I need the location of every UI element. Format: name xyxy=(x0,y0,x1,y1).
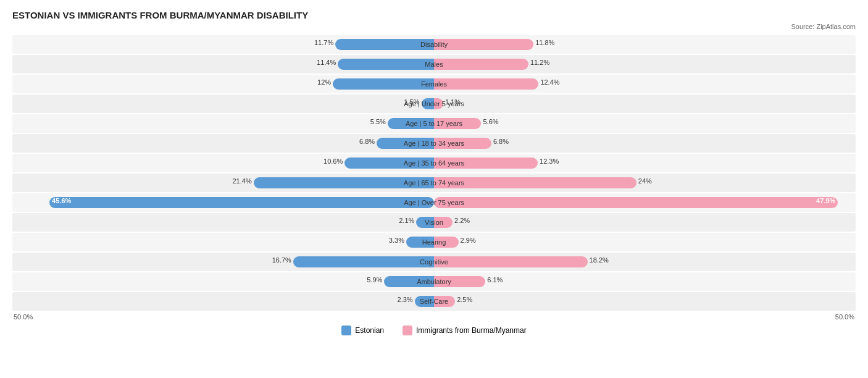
bar-center-label: Age | 5 to 17 years xyxy=(406,120,462,127)
bar-center-label: Age | Over 75 years xyxy=(404,199,464,206)
bar-row: 21.4%24%Age | 65 to 74 years xyxy=(12,174,856,192)
bar-center-label: Disability xyxy=(420,41,448,48)
bar-left-value: 12% xyxy=(317,78,331,86)
bar-center-label: Males xyxy=(425,61,443,68)
bar-left-value: 5.5% xyxy=(370,118,386,125)
bar-row: 10.6%12.3%Age | 35 to 64 years xyxy=(12,154,856,172)
axis-right: 50.0% xyxy=(835,313,854,321)
bar-left-value: 6.8% xyxy=(359,138,375,145)
legend: Estonian Immigrants from Burma/Myanmar xyxy=(12,326,856,335)
bar-left-value: 5.9% xyxy=(367,276,382,284)
bar-row: 16.7%18.2%Cognitive xyxy=(12,253,856,271)
legend-item-immigrants: Immigrants from Burma/Myanmar xyxy=(403,326,527,335)
chart-container: 11.7%11.8%Disability11.4%11.2%Males12%12… xyxy=(12,35,856,311)
bar-center-label: Cognitive xyxy=(420,258,448,266)
bar-row: 45.6%47.9%Age | Over 75 years xyxy=(12,193,856,212)
legend-box-immigrants xyxy=(403,326,412,335)
bar-center-label: Age | 18 to 34 years xyxy=(404,140,464,147)
bar-right-value: 2.9% xyxy=(461,237,476,244)
axis-left: 50.0% xyxy=(14,313,33,321)
bar-right-value: 5.6% xyxy=(483,118,498,125)
bar-center-label: Vision xyxy=(425,219,443,226)
bar-left-value: 45.6% xyxy=(52,197,71,204)
bar-row: 6.8%6.8%Age | 18 to 34 years xyxy=(12,134,856,153)
bar-row: 11.7%11.8%Disability xyxy=(12,35,856,54)
bar-row: 5.9%6.1%Ambulatory xyxy=(12,272,856,291)
bar-row: 5.5%5.6%Age | 5 to 17 years xyxy=(12,114,856,133)
bar-center-label: Age | 65 to 74 years xyxy=(404,179,464,187)
legend-label-estonian: Estonian xyxy=(355,326,384,335)
bar-left-value: 2.1% xyxy=(399,217,414,224)
legend-label-immigrants: Immigrants from Burma/Myanmar xyxy=(416,326,527,335)
bar-left-value: 16.7% xyxy=(272,256,291,264)
bar-right-value: 47.9% xyxy=(816,197,835,204)
bar-row: 3.3%2.9%Hearing xyxy=(12,233,856,251)
bar-row: 12%12.4%Females xyxy=(12,75,856,93)
bar-right-value: 6.8% xyxy=(493,138,509,145)
legend-box-estonian xyxy=(341,326,351,335)
bar-center-label: Age | Under 5 years xyxy=(404,100,464,107)
bar-right-value: 2.5% xyxy=(457,296,472,303)
bar-right-value: 11.8% xyxy=(535,39,554,46)
bar-right-value: 24% xyxy=(638,177,652,185)
bar-row: 11.4%11.2%Males xyxy=(12,55,856,74)
bar-center-label: Females xyxy=(421,80,447,88)
legend-item-estonian: Estonian xyxy=(341,326,384,335)
bar-left-value: 10.6% xyxy=(323,158,343,165)
bar-center-label: Ambulatory xyxy=(417,278,451,285)
bar-right-value: 12.3% xyxy=(540,158,559,165)
bar-left-value: 2.3% xyxy=(398,296,413,303)
bar-row: 1.5%1.1%Age | Under 5 years xyxy=(12,94,856,113)
bar-right-value: 6.1% xyxy=(487,276,503,284)
bar-center-label: Age | 35 to 64 years xyxy=(404,159,464,167)
bar-left-value: 21.4% xyxy=(232,177,251,185)
bar-row: 2.3%2.5%Self-Care xyxy=(12,292,856,311)
bar-left-value: 11.7% xyxy=(314,39,333,46)
bar-right-value: 12.4% xyxy=(540,78,559,86)
bar-center-label: Hearing xyxy=(422,238,446,246)
bar-left-value: 11.4% xyxy=(317,59,336,66)
bar-right-value: 11.2% xyxy=(530,59,549,66)
bar-right-value: 18.2% xyxy=(590,256,609,264)
bar-left-value: 3.3% xyxy=(389,237,404,244)
source-label: Source: ZipAtlas.com xyxy=(12,23,856,30)
bar-row: 2.1%2.2%Vision xyxy=(12,213,856,232)
bar-right-value: 2.2% xyxy=(454,217,470,224)
bar-center-label: Self-Care xyxy=(420,298,448,305)
page-title: ESTONIAN VS IMMIGRANTS FROM BURMA/MYANMA… xyxy=(12,10,856,20)
axis-row: 50.0% 50.0% xyxy=(12,313,856,321)
